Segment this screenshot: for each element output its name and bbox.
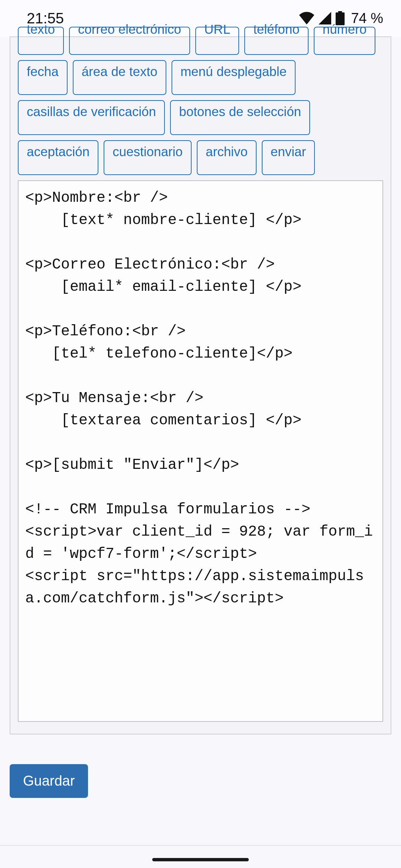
tag-menu-desplegable[interactable]: menú desplegable — [172, 60, 296, 95]
tag-row-1: texto correo electrónico URL teléfono nú… — [18, 44, 383, 55]
tag-cuestionario[interactable]: cuestionario — [104, 140, 192, 175]
tag-row-3: casillas de verificación botones de sele… — [18, 100, 383, 135]
save-button[interactable]: Guardar — [10, 764, 88, 798]
tag-telefono[interactable]: teléfono — [244, 27, 309, 55]
tag-texto[interactable]: texto — [18, 27, 64, 55]
form-code-textarea[interactable] — [18, 180, 383, 722]
tag-url[interactable]: URL — [195, 27, 239, 55]
main-content: texto correo electrónico URL teléfono nú… — [0, 36, 401, 808]
tag-enviar[interactable]: enviar — [262, 140, 315, 175]
tag-botones-seleccion[interactable]: botones de selección — [170, 100, 310, 135]
tag-casillas-verificacion[interactable]: casillas de verificación — [18, 100, 165, 135]
navigation-handle[interactable] — [152, 858, 249, 861]
tag-archivo[interactable]: archivo — [197, 140, 257, 175]
tag-area-de-texto[interactable]: área de texto — [73, 60, 166, 95]
tag-correo-electronico[interactable]: correo electrónico — [69, 27, 190, 55]
form-editor-card: texto correo electrónico URL teléfono nú… — [10, 36, 391, 734]
tag-row-2: fecha área de texto menú desplegable — [18, 60, 383, 95]
tag-fecha[interactable]: fecha — [18, 60, 68, 95]
tag-aceptacion[interactable]: aceptación — [18, 140, 98, 175]
tag-row-4: aceptación cuestionario archivo enviar — [18, 140, 383, 175]
bottom-divider — [0, 845, 401, 846]
wifi-icon — [299, 12, 314, 24]
tag-numero[interactable]: número — [314, 27, 376, 55]
